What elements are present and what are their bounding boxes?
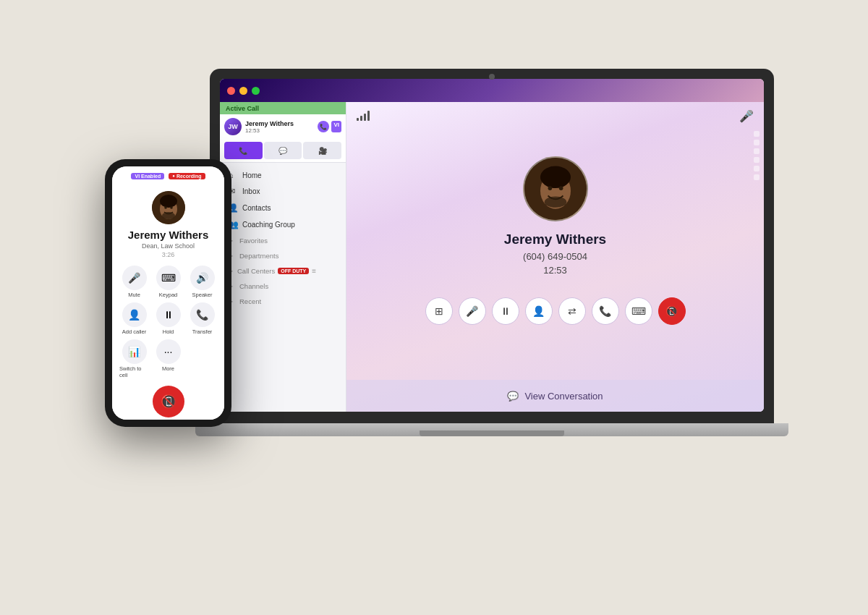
view-conversation-bar[interactable]: 💬 View Conversation bbox=[346, 380, 764, 412]
add-caller-icon: 👤 bbox=[122, 302, 147, 327]
call-badges: 📞 VI bbox=[318, 121, 341, 132]
switch-label: Switch to cell bbox=[119, 365, 149, 378]
hold-button[interactable]: ⏸ bbox=[492, 297, 519, 325]
minimize-button[interactable] bbox=[239, 87, 247, 95]
screen-content: Active Call JW Jeremy Withers 12:53 📞 VI bbox=[220, 102, 764, 412]
vi-badge: VI bbox=[331, 121, 341, 132]
caller-name-sidebar: Jeremy Withers bbox=[245, 120, 314, 127]
sidebar-item-departments[interactable]: ▶ Departments bbox=[220, 248, 346, 263]
transfer-button[interactable]: ⇄ bbox=[558, 297, 586, 325]
phone-speaker-button[interactable]: 🔊 Speaker bbox=[187, 266, 217, 298]
phone-caller-title: Dean, Law School bbox=[142, 242, 195, 250]
microphone-icon[interactable]: 🎤 bbox=[739, 109, 754, 123]
phone-caller-name: Jeremy Withers bbox=[128, 229, 209, 241]
maximize-button[interactable] bbox=[252, 87, 260, 95]
phone-action-button[interactable]: 📞 bbox=[224, 142, 263, 159]
laptop: Active Call JW Jeremy Withers 12:53 📞 VI bbox=[210, 69, 774, 474]
hold-label: Hold bbox=[163, 328, 174, 335]
phone-end-call-button[interactable]: 📵 bbox=[153, 386, 184, 417]
contact-card: Jeremy Withers (604) 649-0504 12:53 ⊞ 🎤 … bbox=[346, 130, 764, 380]
close-button[interactable] bbox=[227, 87, 235, 95]
nav-section: ⌂ Home ✉ Inbox 👤 Contacts 👥 bbox=[220, 163, 346, 412]
sidebar-item-callcenters[interactable]: ▶ Call Centers OFF DUTY ≡ bbox=[220, 263, 346, 279]
menu-icon: ≡ bbox=[312, 267, 316, 275]
sidebar-item-favorites[interactable]: ▶ Favorites bbox=[220, 233, 346, 248]
contact-avatar-large bbox=[523, 156, 588, 221]
sidebar-item-contacts[interactable]: 👤 Contacts bbox=[220, 200, 346, 216]
sidebar-item-label-coaching: Coaching Group bbox=[242, 221, 295, 229]
laptop-body: Active Call JW Jeremy Withers 12:53 📞 VI bbox=[210, 69, 774, 423]
svg-point-4 bbox=[558, 186, 563, 190]
phone-keypad-button[interactable]: ⌨ Keypad bbox=[153, 266, 183, 298]
contact-phone-main: (604) 649-0504 bbox=[523, 251, 587, 262]
sidebar-item-label-recent: Recent bbox=[239, 297, 261, 305]
video-action-button[interactable]: 🎥 bbox=[303, 142, 341, 159]
phone-transfer-button[interactable]: 📞 Transfer bbox=[187, 302, 217, 335]
off-duty-badge: OFF DUTY bbox=[278, 268, 309, 274]
phone-hold-button[interactable]: ⏸ Hold bbox=[153, 302, 183, 335]
bar2 bbox=[360, 116, 362, 121]
keypad-label: Keypad bbox=[159, 292, 177, 298]
bar1 bbox=[357, 118, 359, 121]
scroll-dot bbox=[754, 148, 760, 154]
sidebar-item-label-home: Home bbox=[242, 171, 262, 179]
caller-avatar: JW bbox=[224, 118, 242, 135]
active-call-row[interactable]: JW Jeremy Withers 12:53 📞 VI bbox=[220, 114, 346, 139]
recording-badge: Recording bbox=[169, 173, 205, 179]
main-area: 🎤 bbox=[346, 102, 764, 412]
chat-action-button[interactable]: 💬 bbox=[264, 142, 302, 159]
sidebar-item-recent[interactable]: ▶ Recent bbox=[220, 294, 346, 309]
call-controls: ⊞ 🎤 ⏸ 👤 ⇄ 📞 ⌨ 📵 bbox=[418, 290, 693, 332]
bar3 bbox=[364, 114, 366, 121]
phone-add-caller-button[interactable]: 👤 Add caller bbox=[119, 302, 149, 335]
active-call-banner: Active Call bbox=[220, 102, 346, 114]
svg-point-10 bbox=[170, 206, 173, 209]
phone-call-timer: 3:26 bbox=[162, 251, 175, 258]
call-actions: 📞 💬 🎥 bbox=[220, 139, 346, 163]
more-label: More bbox=[162, 365, 174, 372]
record-button[interactable]: ⊞ bbox=[425, 297, 453, 325]
sidebar-item-label-departments: Departments bbox=[239, 252, 278, 260]
keypad-icon: ⌨ bbox=[156, 266, 181, 290]
sidebar-item-label-channels: Channels bbox=[239, 282, 268, 290]
phone-controls-grid: 🎤 Mute ⌨ Keypad 🔊 Speaker 👤 Add caller ⏸ bbox=[119, 266, 217, 378]
phone-mute-button[interactable]: 🎤 Mute bbox=[119, 266, 149, 298]
laptop-screen: Active Call JW Jeremy Withers 12:53 📞 VI bbox=[220, 79, 764, 412]
phone: VI Enabled Recording Jeremy Withers Dean… bbox=[105, 159, 231, 427]
transfer-label: Transfer bbox=[192, 328, 213, 335]
sidebar-item-coaching[interactable]: 👥 Coaching Group bbox=[220, 216, 346, 233]
sidebar-item-label-contacts: Contacts bbox=[242, 204, 271, 212]
speaker-icon: 🔊 bbox=[190, 266, 215, 290]
sidebar-item-label-favorites: Favorites bbox=[239, 237, 268, 245]
end-call-button[interactable]: 📵 bbox=[658, 297, 686, 325]
mute-icon: 🎤 bbox=[122, 266, 147, 290]
phone-statusbar: VI Enabled Recording bbox=[112, 166, 224, 185]
phone-more-button[interactable]: ··· More bbox=[153, 339, 183, 378]
add-caller-button[interactable]: 👤 bbox=[525, 297, 553, 325]
laptop-camera bbox=[489, 74, 495, 80]
speaker-label: Speaker bbox=[192, 292, 213, 298]
phone-switchtocell-button[interactable]: 📊 Switch to cell bbox=[119, 339, 149, 378]
scroll-dot bbox=[754, 174, 760, 180]
bar4 bbox=[367, 111, 370, 121]
more-icon: ··· bbox=[156, 339, 181, 364]
svg-point-11 bbox=[162, 212, 175, 219]
sidebar-item-home[interactable]: ⌂ Home bbox=[220, 167, 346, 183]
chat-icon: 💬 bbox=[507, 391, 519, 402]
phone-main: Jeremy Withers Dean, Law School 3:26 🎤 M… bbox=[112, 185, 224, 420]
main-toolbar: 🎤 bbox=[346, 102, 764, 130]
keypad-button[interactable]: ⌨ bbox=[625, 297, 652, 325]
dial-button[interactable]: 📞 bbox=[592, 297, 619, 325]
phone-caller-avatar bbox=[152, 191, 185, 224]
contact-name-main: Jeremy Withers bbox=[504, 232, 606, 247]
sidebar-item-inbox[interactable]: ✉ Inbox bbox=[220, 183, 346, 200]
transfer-icon: 📞 bbox=[190, 302, 215, 327]
switch-icon: 📊 bbox=[122, 339, 147, 364]
sidebar-item-channels[interactable]: ▶ Channels bbox=[220, 279, 346, 294]
scroll-dot bbox=[754, 140, 760, 145]
laptop-base bbox=[195, 423, 788, 436]
view-conversation-label: View Conversation bbox=[524, 391, 603, 402]
mute-button[interactable]: 🎤 bbox=[459, 297, 486, 325]
svg-point-2 bbox=[540, 166, 570, 188]
scroll-dot bbox=[754, 131, 760, 137]
